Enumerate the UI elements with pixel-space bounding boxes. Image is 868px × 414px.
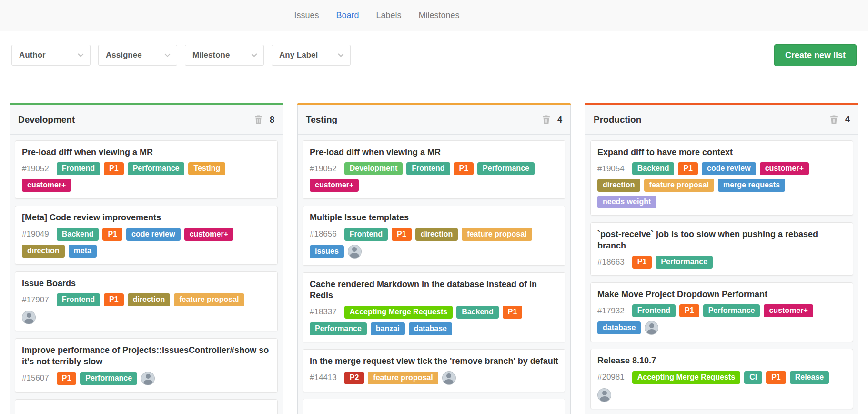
label-frontend[interactable]: Frontend	[57, 162, 100, 175]
issue-card[interactable]: Multiple Issue templates #18656 Frontend…	[303, 206, 565, 265]
label-filter-dropdown[interactable]: Any Label	[272, 45, 351, 66]
issue-card[interactable]: Pre-load diff when viewing a MR #19052 D…	[303, 140, 565, 199]
label-feature-proposal[interactable]: feature proposal	[462, 228, 532, 241]
label-p1[interactable]: P1	[766, 371, 786, 384]
label-customer-[interactable]: customer+	[22, 179, 71, 192]
assignee-avatar[interactable]	[442, 371, 456, 385]
label-customer-[interactable]: customer+	[310, 179, 359, 192]
card-title[interactable]: Pre-load diff when viewing a MR	[310, 147, 558, 158]
milestone-filter-dropdown[interactable]: Milestone	[185, 45, 264, 66]
card-title[interactable]: Release 8.10.7	[597, 355, 846, 366]
issue-card[interactable]: `post-receive` job is too slow when push…	[590, 222, 853, 276]
issue-card[interactable]: Pre-load diff when viewing a MR #19052 F…	[15, 140, 278, 199]
label-p1[interactable]: P1	[678, 162, 698, 175]
assignee-avatar[interactable]	[141, 372, 155, 385]
label-customer-[interactable]: customer+	[760, 162, 809, 175]
card-title[interactable]: `post-receive` job is too slow when push…	[597, 229, 846, 251]
card-title[interactable]: [Meta] Code review improvements	[22, 212, 271, 223]
card-title[interactable]: Cache rendered Markdown in the database …	[310, 279, 558, 301]
label-p1[interactable]: P1	[104, 162, 124, 175]
label-p1[interactable]: P1	[454, 162, 474, 175]
label-release[interactable]: Release	[790, 371, 829, 384]
label-performance[interactable]: Performance	[80, 372, 137, 385]
issue-card[interactable]: Issue Boards #17907 FrontendP1directionf…	[15, 271, 278, 331]
label-feature-proposal[interactable]: feature proposal	[644, 179, 714, 192]
label-direction[interactable]: direction	[22, 245, 65, 258]
issue-card[interactable]: Release 8.10.7 #20981 Accepting Merge Re…	[590, 349, 853, 409]
label-code-review[interactable]: code review	[126, 228, 181, 241]
label-code-review[interactable]: code review	[702, 162, 756, 175]
card-title[interactable]: Expand diff to have more context	[597, 147, 846, 158]
label-performance[interactable]: Performance	[128, 162, 185, 175]
label-p1[interactable]: P1	[102, 228, 122, 241]
assignee-avatar[interactable]	[348, 245, 362, 259]
label-accepting-merge-requests[interactable]: Accepting Merge Requests	[344, 306, 453, 319]
card-list[interactable]: Pre-load diff when viewing a MR #19052 D…	[298, 135, 570, 414]
label-feature-proposal[interactable]: feature proposal	[174, 293, 244, 306]
tab-milestones[interactable]: Milestones	[419, 10, 460, 21]
card-title[interactable]: In the merge request view tick the 'remo…	[310, 356, 558, 367]
label-feature-proposal[interactable]: feature proposal	[368, 372, 438, 384]
label-frontend[interactable]: Frontend	[406, 162, 450, 175]
label-ci[interactable]: CI	[744, 371, 762, 384]
label-backend[interactable]: Backend	[632, 162, 675, 175]
label-banzai[interactable]: banzai	[371, 322, 405, 335]
label-needs-weight[interactable]: needs weight	[597, 196, 656, 208]
label-p1[interactable]: P1	[57, 372, 77, 385]
label-p1[interactable]: P1	[104, 293, 124, 306]
card-title[interactable]: Pre-load diff when viewing a MR	[22, 147, 271, 158]
assignee-avatar[interactable]	[22, 310, 36, 324]
label-performance[interactable]: Performance	[656, 256, 713, 269]
label-database[interactable]: database	[409, 322, 452, 335]
author-filter-dropdown[interactable]: Author	[11, 45, 91, 66]
label-customer-[interactable]: customer+	[764, 304, 813, 317]
chevron-down-icon	[338, 53, 344, 57]
label-frontend[interactable]: Frontend	[344, 228, 388, 241]
card-title[interactable]: Multiple Issue templates	[310, 212, 558, 223]
label-database[interactable]: database	[597, 321, 641, 334]
card-title[interactable]: Issue Boards	[22, 278, 271, 289]
tab-issues[interactable]: Issues	[294, 10, 319, 21]
assignee-avatar[interactable]	[597, 388, 611, 402]
tab-board[interactable]: Board	[336, 10, 359, 21]
label-performance[interactable]: Performance	[703, 304, 760, 317]
tab-labels[interactable]: Labels	[376, 10, 401, 21]
label-merge-requests[interactable]: merge requests	[718, 179, 785, 192]
label-direction[interactable]: direction	[128, 293, 171, 306]
label-testing[interactable]: Testing	[188, 162, 225, 175]
label-p1[interactable]: P1	[679, 304, 699, 317]
label-p1[interactable]: P1	[632, 256, 652, 269]
issue-card[interactable]: Make Move Project Dropdown Performant #1…	[590, 282, 853, 342]
label-p2[interactable]: P2	[344, 372, 364, 384]
card-list[interactable]: Pre-load diff when viewing a MR #19052 F…	[10, 135, 283, 414]
label-p1[interactable]: P1	[392, 228, 412, 241]
assignee-avatar[interactable]	[645, 321, 658, 335]
label-performance[interactable]: Performance	[477, 162, 535, 175]
label-development[interactable]: Development	[344, 162, 403, 175]
card-title[interactable]: Improve performance of Projects::IssuesC…	[22, 345, 271, 367]
label-frontend[interactable]: Frontend	[57, 293, 100, 306]
issue-card[interactable]: Cache rendered Markdown in the database …	[303, 272, 565, 342]
create-new-list-button[interactable]: Create new list	[774, 44, 857, 66]
delete-list-button[interactable]	[830, 115, 838, 124]
label-accepting-merge-requests[interactable]: Accepting Merge Requests	[632, 371, 740, 384]
label-meta[interactable]: meta	[69, 245, 97, 258]
delete-list-button[interactable]	[542, 115, 550, 124]
issue-card[interactable]: [Meta] Code review improvements #19049 B…	[15, 206, 278, 264]
label-issues[interactable]: issues	[310, 245, 344, 258]
label-p1[interactable]: P1	[503, 306, 523, 319]
label-customer-[interactable]: customer+	[184, 228, 233, 241]
issue-card[interactable]: Improve performance of Projects::IssuesC…	[15, 338, 278, 393]
issue-card[interactable]: Expand diff to have more context #19054 …	[590, 140, 853, 216]
issue-card[interactable]: In the merge request view tick the 'remo…	[303, 349, 565, 392]
label-direction[interactable]: direction	[597, 179, 640, 192]
label-performance[interactable]: Performance	[310, 322, 367, 335]
delete-list-button[interactable]	[254, 115, 262, 124]
label-backend[interactable]: Backend	[456, 306, 499, 319]
assignee-filter-dropdown[interactable]: Assignee	[98, 45, 177, 66]
label-direction[interactable]: direction	[415, 228, 458, 241]
label-backend[interactable]: Backend	[57, 228, 99, 241]
label-frontend[interactable]: Frontend	[632, 304, 676, 317]
card-list[interactable]: Expand diff to have more context #19054 …	[585, 135, 858, 414]
card-title[interactable]: Make Move Project Dropdown Performant	[597, 289, 846, 300]
